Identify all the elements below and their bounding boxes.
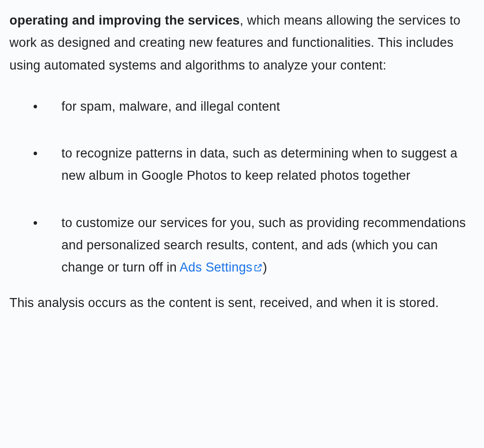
external-link-icon <box>253 259 263 278</box>
list-item-suffix: ) <box>263 260 267 274</box>
list-item-text: to recognize patterns in data, such as d… <box>61 146 458 183</box>
list-item: to recognize patterns in data, such as d… <box>28 142 475 187</box>
list-item: for spam, malware, and illegal content <box>28 96 475 118</box>
intro-paragraph: operating and improving the services, wh… <box>9 9 475 77</box>
ads-settings-link[interactable]: Ads Settings <box>180 260 263 274</box>
list-item: to customize our services for you, such … <box>28 212 475 279</box>
list-item-text: for spam, malware, and illegal content <box>61 99 280 114</box>
link-text: Ads Settings <box>180 260 252 274</box>
outro-paragraph: This analysis occurs as the content is s… <box>9 292 475 314</box>
intro-bold-lead: operating and improving the services <box>9 13 240 27</box>
bullet-list: for spam, malware, and illegal content t… <box>9 96 475 279</box>
